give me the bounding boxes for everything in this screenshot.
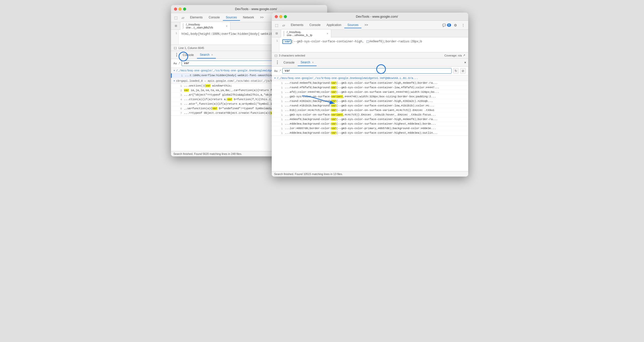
tab-group-right: Elements Console Application Sources >> bbox=[288, 22, 371, 28]
line-num-r-9: 1 bbox=[278, 118, 283, 121]
tab-sources-right[interactable]: Sources bbox=[344, 22, 361, 28]
file-tab-close-left[interactable]: × bbox=[226, 24, 227, 27]
file-tab-left[interactable]: { } /_/mss/boq-one-...t_,stam,jMb2Vb × bbox=[180, 22, 230, 30]
search-refresh-right[interactable]: ↻ bbox=[453, 68, 459, 74]
search-file-group-1-right: ▾ /_/mss/boq-one-google/_/ss/k=boq-one-g… bbox=[272, 75, 468, 136]
maximize-button-right[interactable] bbox=[284, 15, 287, 18]
expand-icon-right[interactable]: ↗ bbox=[463, 54, 465, 57]
line-num-2-5-left: 5 bbox=[177, 102, 182, 106]
line-num-2-7-left: 7 bbox=[177, 111, 182, 115]
search-result-row-r-9[interactable]: 1 ...#e9eef6;background-color:var(--gm3-… bbox=[272, 117, 468, 122]
line-num-r-8: 1 bbox=[278, 113, 283, 117]
line-numbers-left: 1 bbox=[171, 30, 179, 45]
minimize-button-right[interactable] bbox=[279, 15, 282, 18]
color-swatch bbox=[366, 40, 369, 43]
bottom-panel-right: ⋮ Console Search × × Aa .* ↻ ⊘ bbox=[272, 59, 468, 177]
tab-sources-left[interactable]: Sources bbox=[223, 15, 240, 21]
line-num-2-2-left: 2 bbox=[177, 89, 182, 92]
result-text-r-3: ...afd);color:#444746;color:var(--gm3-sy… bbox=[285, 91, 466, 94]
panel-close-btn-right[interactable]: × bbox=[464, 61, 466, 64]
search-result-row-r-12[interactable]: 1 ...#dde3ea;background-color:var(--gm3-… bbox=[272, 131, 468, 135]
search-result-row-r-2[interactable]: 1 ...round:#f8fafd;background:var(--gm3-… bbox=[272, 86, 468, 90]
panel-tab-console-right[interactable]: Console bbox=[281, 59, 298, 66]
line-num-r-4: 1 bbox=[278, 95, 283, 98]
code-text-left: html,body{height:100%;overflow:hidden}bo… bbox=[182, 32, 278, 36]
minimize-button-left[interactable] bbox=[179, 8, 182, 11]
close-button-left[interactable] bbox=[174, 8, 177, 11]
tab-console-right[interactable]: Console bbox=[307, 22, 324, 28]
result-text-r-7: ...b1b);color:#c4c7c5;color:var(--gm3-sy… bbox=[285, 109, 466, 112]
panel-tab-search-left[interactable]: Search × bbox=[197, 51, 216, 59]
line-num-r-3: 1 bbox=[278, 91, 283, 94]
search-result-row-r-1[interactable]: 1 ...round:#e9eef6;background:var(--gm3-… bbox=[272, 81, 468, 86]
regex-left[interactable]: .* bbox=[178, 62, 180, 65]
result-text-r-8: ...gm3-sys-color-on-surface-variant,#c4c… bbox=[285, 113, 466, 116]
panel-tab-console-left[interactable]: Console bbox=[180, 52, 197, 58]
result-text-r-4: ...gm3-sys-color-on-surface-variant,#444… bbox=[285, 95, 466, 98]
search-clear-right[interactable]: ⊘ bbox=[460, 68, 466, 74]
search-result-row-r-11[interactable]: 1 ...lor:#0b57d0;border-color:var(--gm3-… bbox=[272, 126, 468, 131]
tab-more-right[interactable]: >> bbox=[361, 22, 371, 28]
code-var-highlight: :var bbox=[282, 39, 292, 44]
device-icon-right[interactable]: ▱ bbox=[281, 22, 287, 28]
sidebar-toggle-left[interactable]: ⊟ bbox=[173, 23, 179, 29]
result-text-r-12: ...#dde3ea;background-color:var(--gm3-sy… bbox=[285, 131, 466, 134]
tab-application-right[interactable]: Application bbox=[324, 22, 345, 28]
tab-elements-left[interactable]: Elements bbox=[187, 15, 206, 21]
toolbar-right-icons: 💬 8 ⚙ ⋮ bbox=[442, 22, 466, 28]
line-num-r-2: 1 bbox=[278, 86, 283, 89]
search-file-header-1-right[interactable]: ▾ /_/mss/boq-one-google/_/ss/k=boq-one-g… bbox=[272, 75, 468, 81]
case-sensitive-right[interactable]: Aa bbox=[274, 69, 278, 72]
tab-elements-right[interactable]: Elements bbox=[288, 22, 307, 28]
device-icon[interactable]: ▱ bbox=[180, 15, 186, 21]
code-text-right: (--gm3-sys-color-surface-container-high,… bbox=[291, 40, 422, 43]
tab-network-left[interactable]: Network bbox=[240, 15, 257, 21]
traffic-lights-right bbox=[275, 15, 287, 18]
search-result-row-r-4[interactable]: 1 ...gm3-sys-color-on-surface-variant,#4… bbox=[272, 95, 468, 99]
close-button-right[interactable] bbox=[275, 15, 278, 18]
case-sensitive-left[interactable]: Aa bbox=[174, 62, 177, 65]
cursor-icon-left: { } bbox=[174, 46, 177, 49]
panel-tab-search-right[interactable]: Search × bbox=[298, 59, 317, 66]
search-result-row-r-3[interactable]: 1 ...afd);color:#444746;color:var(--gm3-… bbox=[272, 90, 468, 95]
line-num-r-7: 1 bbox=[278, 109, 283, 112]
search-input-right[interactable] bbox=[282, 68, 451, 74]
search-status-right: Search finished. Found 10515 matching li… bbox=[272, 171, 468, 177]
panel-tab-close-right[interactable]: × bbox=[312, 61, 314, 64]
result-text-r-1: ...round:#e9eef6;background:var(--gm3-sy… bbox=[285, 81, 466, 84]
line-num-r-5: 1 bbox=[278, 100, 283, 103]
line-num-2-1-left: 1 bbox=[177, 84, 182, 88]
file-tab-close-right[interactable]: × bbox=[327, 32, 328, 35]
search-result-row-r-8[interactable]: 1 ...gm3-sys-color-on-surface-variant,#c… bbox=[272, 113, 468, 117]
regex-right[interactable]: .* bbox=[279, 69, 281, 72]
result-text-r-10: ...#dde3ea;background-color:var(--gm3-sy… bbox=[285, 122, 466, 125]
file-tab-name-left: /_/mss/boq-one-...t_,stam,jMb2Vb bbox=[186, 23, 224, 29]
file-tab-right[interactable]: { } /_/mss/boq-one-...uthview,_b,_tp × bbox=[281, 29, 331, 38]
line-num-r-10: 1 bbox=[278, 122, 283, 126]
search-result-row-r-6[interactable]: 1 ...round:#1b1b1b;background:var(--gm3-… bbox=[272, 104, 468, 108]
result-text-r-5: ...round:#282a2c;background:var(--gm3-sy… bbox=[285, 100, 466, 103]
line-num-2-6-left: 6 bbox=[177, 107, 182, 110]
panel-dots-right[interactable]: ⋮ bbox=[274, 60, 281, 65]
coverage-right: Coverage: n/a ↗ bbox=[444, 54, 465, 57]
panel-tab-close-left[interactable]: × bbox=[211, 53, 213, 56]
tab-more-left[interactable]: >> bbox=[257, 15, 267, 21]
toolbar-right: ⬚ ▱ Elements Console Application Sources… bbox=[272, 21, 468, 30]
tab-console-left[interactable]: Console bbox=[206, 15, 223, 21]
file-path-1-left: /_/mss/boq-one-google/_/ss/k=boq-one-goo… bbox=[176, 69, 281, 72]
kebab-icon-right[interactable]: ⋮ bbox=[460, 22, 466, 28]
search-panel-right: Aa .* ↻ ⊘ ▾ /_/mss/boq-one-google/_/ss/k… bbox=[272, 67, 468, 177]
sidebar-toggle-right[interactable]: ⊟ bbox=[274, 31, 280, 37]
status-left-right: { } 3 characters selected bbox=[275, 54, 305, 57]
file-path-1-right: /_/mss/boq-one-google/_/ss/k=boq-one-goo… bbox=[277, 77, 418, 80]
search-result-row-r-7[interactable]: 1 ...b1b);color:#c4c7c5;color:var(--gm3-… bbox=[272, 108, 468, 113]
search-result-row-r-10[interactable]: 1 ...#dde3ea;background-color:var(--gm3-… bbox=[272, 122, 468, 126]
maximize-button-left[interactable] bbox=[183, 8, 186, 11]
search-result-row-r-5[interactable]: 1 ...round:#282a2c;background:var(--gm3-… bbox=[272, 99, 468, 104]
settings-icon-right[interactable]: ⚙ bbox=[453, 22, 459, 28]
inspector-icon[interactable]: ⬚ bbox=[173, 15, 179, 21]
search-results-right: ▾ /_/mss/boq-one-google/_/ss/k=boq-one-g… bbox=[272, 75, 468, 171]
panel-dots-left[interactable]: ⋮ bbox=[173, 52, 180, 57]
cursor-icon-right: { } bbox=[275, 54, 277, 57]
inspector-icon-right[interactable]: ⬚ bbox=[274, 22, 280, 28]
